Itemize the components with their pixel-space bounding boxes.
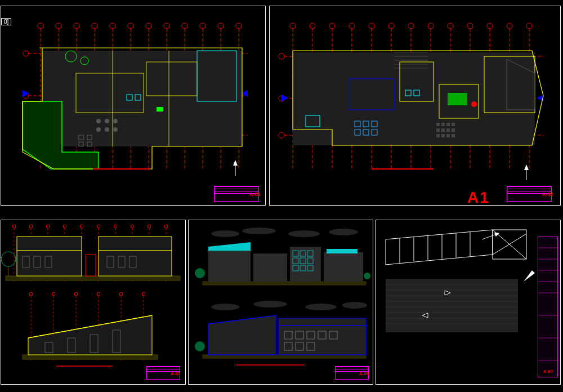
- svg-point-173: [142, 292, 145, 296]
- svg-rect-119: [446, 134, 450, 137]
- svg-rect-110: [441, 123, 445, 126]
- svg-marker-209: [208, 315, 276, 355]
- svg-point-138: [12, 225, 16, 228]
- svg-marker-56: [233, 160, 238, 166]
- sections-sheet: [1, 225, 180, 366]
- svg-rect-111: [446, 123, 450, 126]
- svg-rect-190: [203, 282, 366, 285]
- svg-rect-211: [279, 318, 366, 326]
- svg-point-20: [182, 23, 187, 29]
- svg-point-14: [74, 23, 79, 29]
- svg-line-230: [493, 234, 526, 255]
- svg-point-206: [195, 268, 205, 278]
- svg-point-77: [428, 23, 434, 29]
- svg-marker-127: [524, 164, 529, 170]
- svg-point-80: [487, 23, 493, 29]
- svg-point-43: [113, 119, 118, 123]
- svg-point-121: [471, 101, 477, 107]
- svg-point-171: [97, 292, 100, 296]
- roof-detail-sheet: [386, 230, 558, 360]
- svg-marker-245: [524, 270, 535, 282]
- svg-point-86: [279, 54, 284, 59]
- svg-rect-148: [6, 276, 180, 280]
- svg-line-222: [386, 255, 493, 265]
- svg-rect-120: [452, 134, 455, 137]
- svg-point-81: [507, 23, 512, 29]
- svg-point-76: [408, 23, 414, 29]
- elevations-sheet: [195, 228, 370, 365]
- svg-rect-112: [452, 123, 455, 126]
- svg-rect-174: [23, 355, 158, 359]
- svg-point-22: [218, 23, 224, 29]
- svg-rect-115: [446, 128, 450, 132]
- svg-point-145: [131, 225, 134, 228]
- svg-rect-194: [290, 247, 321, 282]
- north-arrow-icon: [233, 160, 238, 176]
- svg-point-186: [211, 304, 239, 310]
- svg-point-144: [114, 225, 117, 228]
- svg-point-75: [388, 23, 394, 29]
- svg-point-189: [342, 302, 367, 309]
- svg-point-73: [349, 23, 355, 29]
- svg-rect-191: [208, 251, 251, 282]
- svg-point-185: [329, 229, 358, 235]
- svg-point-140: [46, 225, 50, 228]
- svg-rect-117: [436, 134, 440, 137]
- svg-point-78: [448, 23, 453, 29]
- svg-rect-159: [86, 255, 96, 276]
- svg-marker-192: [208, 242, 251, 251]
- svg-rect-32: [42, 51, 242, 146]
- svg-rect-205: [327, 249, 358, 253]
- svg-point-172: [119, 292, 123, 296]
- svg-point-44: [96, 127, 101, 132]
- svg-point-41: [96, 119, 101, 123]
- svg-point-19: [164, 23, 169, 29]
- svg-point-182: [211, 230, 239, 237]
- svg-point-207: [364, 273, 370, 279]
- svg-point-184: [288, 230, 320, 237]
- svg-point-139: [29, 225, 33, 228]
- svg-point-143: [97, 225, 100, 228]
- svg-point-220: [195, 341, 205, 351]
- svg-rect-234: [386, 279, 518, 332]
- svg-rect-208: [203, 355, 366, 358]
- svg-point-169: [52, 292, 55, 296]
- svg-rect-116: [452, 128, 455, 132]
- svg-point-72: [329, 23, 335, 29]
- svg-rect-149: [17, 251, 82, 276]
- north-arrow-icon: [524, 164, 529, 180]
- svg-point-46: [113, 127, 118, 132]
- svg-point-82: [526, 23, 532, 29]
- svg-point-146: [148, 225, 151, 228]
- svg-point-147: [164, 225, 168, 228]
- svg-rect-193: [253, 253, 287, 282]
- svg-point-18: [146, 23, 151, 29]
- svg-point-13: [56, 23, 61, 29]
- svg-rect-204: [324, 252, 363, 282]
- svg-point-70: [290, 23, 296, 29]
- svg-point-187: [253, 301, 287, 308]
- svg-point-71: [310, 23, 315, 29]
- svg-point-42: [105, 119, 109, 123]
- cad-canvas[interactable]: [0, 0, 563, 392]
- svg-point-142: [80, 225, 83, 228]
- svg-rect-100: [448, 93, 467, 105]
- svg-point-170: [74, 292, 78, 296]
- svg-point-168: [29, 292, 33, 296]
- svg-rect-91: [293, 52, 535, 145]
- svg-rect-114: [441, 128, 445, 132]
- svg-marker-89: [282, 95, 288, 101]
- svg-rect-152: [99, 237, 172, 251]
- svg-point-188: [305, 304, 337, 310]
- svg-rect-150: [17, 237, 82, 251]
- svg-point-79: [467, 23, 473, 29]
- svg-point-141: [63, 225, 66, 228]
- svg-point-12: [38, 23, 43, 29]
- floor-plan-2: [279, 23, 543, 180]
- svg-rect-113: [436, 128, 440, 132]
- svg-point-21: [200, 23, 205, 29]
- svg-rect-53: [157, 107, 163, 112]
- svg-point-183: [242, 228, 276, 234]
- svg-point-16: [110, 23, 115, 29]
- svg-rect-118: [441, 134, 445, 137]
